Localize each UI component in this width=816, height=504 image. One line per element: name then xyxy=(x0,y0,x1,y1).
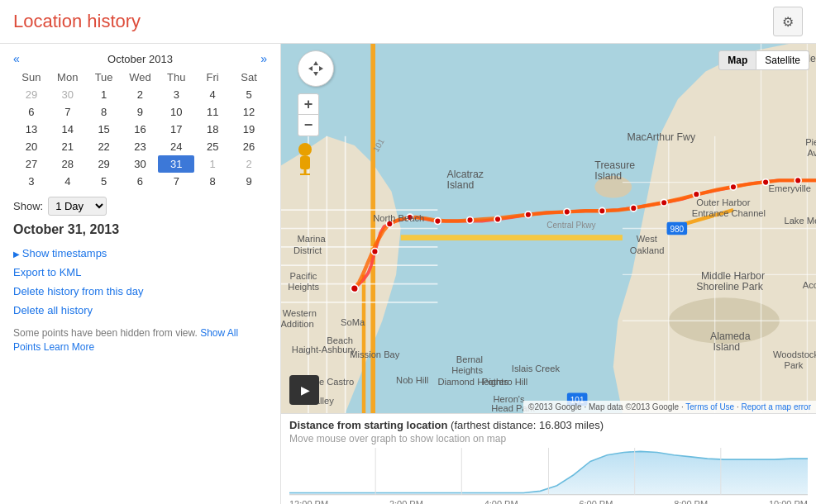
svg-text:Beach: Beach xyxy=(327,335,353,345)
show-label: Show: xyxy=(13,200,43,212)
svg-text:Bernal: Bernal xyxy=(456,354,483,364)
calendar-day[interactable]: 29 xyxy=(13,86,50,103)
calendar-day[interactable]: 12 xyxy=(231,103,267,121)
svg-text:Lake Merritt: Lake Merritt xyxy=(784,216,816,226)
svg-point-32 xyxy=(494,216,501,222)
calendar-day[interactable]: 5 xyxy=(231,86,267,103)
prev-month-button[interactable]: « xyxy=(13,52,20,65)
calendar-day[interactable]: 3 xyxy=(158,86,194,103)
chart-x-label: 4:00 PM xyxy=(484,499,518,504)
delete-all-link[interactable]: Delete all history xyxy=(13,304,267,316)
calendar-day[interactable]: 16 xyxy=(122,121,159,138)
calendar-day[interactable]: 26 xyxy=(231,138,267,155)
map-pan-control[interactable] xyxy=(298,50,334,87)
calendar-day[interactable]: 20 xyxy=(13,138,50,155)
svg-text:Marina: Marina xyxy=(298,234,327,244)
calendar-day[interactable]: 15 xyxy=(86,121,122,138)
calendar-day[interactable]: 6 xyxy=(122,173,159,190)
calendar-day[interactable]: 2 xyxy=(231,155,267,173)
calendar-day[interactable]: 7 xyxy=(50,103,86,121)
svg-marker-98 xyxy=(313,72,318,76)
calendar-day[interactable]: 2 xyxy=(122,86,159,103)
svg-point-26 xyxy=(351,285,358,292)
terms-of-use-link[interactable]: Terms of Use xyxy=(685,402,734,411)
map[interactable]: Alcatraz Island Treasure Island Outer Ha… xyxy=(281,44,816,413)
calendar-table: SunMonTueWedThuFriSat 293012345678910111… xyxy=(13,69,267,190)
svg-point-33 xyxy=(525,212,532,218)
svg-point-34 xyxy=(564,208,570,215)
calendar-day[interactable]: 8 xyxy=(86,103,122,121)
svg-point-27 xyxy=(371,249,378,255)
calendar-day[interactable]: 18 xyxy=(194,121,231,138)
svg-text:Entrance Channel: Entrance Channel xyxy=(692,208,766,218)
calendar-day[interactable]: 22 xyxy=(86,138,122,155)
calendar-header: « October 2013 » xyxy=(13,52,267,65)
chart-x-label: 2:00 PM xyxy=(389,499,423,504)
zoom-in-button[interactable]: + xyxy=(298,93,319,115)
calendar-day[interactable]: 10 xyxy=(158,103,194,121)
show-select[interactable]: 1 Day2 Days3 Days7 Days xyxy=(48,197,107,216)
svg-text:Treasure: Treasure xyxy=(594,159,635,171)
zoom-out-button[interactable]: − xyxy=(298,115,319,136)
map-type-map-button[interactable]: Map xyxy=(718,50,756,70)
calendar-day[interactable]: 14 xyxy=(50,121,86,138)
play-button[interactable] xyxy=(289,375,319,405)
map-svg: Alcatraz Island Treasure Island Outer Ha… xyxy=(281,44,816,413)
chart-x-label: 10:00 PM xyxy=(769,499,808,504)
svg-text:SoMa: SoMa xyxy=(341,317,365,327)
calendar-day[interactable]: 29 xyxy=(86,155,122,173)
delete-day-link[interactable]: Delete history from this day xyxy=(13,285,267,297)
report-map-error-link[interactable]: Report a map error xyxy=(742,402,811,411)
calendar-day[interactable]: 1 xyxy=(86,86,122,103)
calendar-day[interactable]: 1 xyxy=(194,155,231,173)
svg-point-31 xyxy=(467,217,474,224)
calendar-day[interactable]: 3 xyxy=(13,173,50,190)
calendar-day[interactable]: 4 xyxy=(50,173,86,190)
calendar-day[interactable]: 7 xyxy=(158,173,194,190)
svg-text:Heights: Heights xyxy=(451,365,483,375)
calendar-day[interactable]: 23 xyxy=(122,138,159,155)
learn-more-link[interactable]: Learn More xyxy=(44,341,94,353)
calendar-day[interactable]: 19 xyxy=(231,121,267,138)
chart-wrapper[interactable] xyxy=(289,448,808,497)
gear-button[interactable]: ⚙ xyxy=(773,7,803,36)
svg-text:Haight-Ashbury: Haight-Ashbury xyxy=(292,345,356,354)
calendar-day[interactable]: 21 xyxy=(50,138,86,155)
calendar-day[interactable]: 30 xyxy=(50,86,86,103)
selected-date: October 31, 2013 xyxy=(13,222,267,237)
svg-text:Pacific: Pacific xyxy=(290,271,317,281)
export-kml-link[interactable]: Export to KML xyxy=(13,266,267,278)
svg-point-39 xyxy=(730,183,737,190)
svg-marker-100 xyxy=(319,66,323,71)
svg-rect-102 xyxy=(300,156,310,169)
map-copyright: ©2013 Google · Map data ©2013 Google · T… xyxy=(523,401,816,413)
street-view-icon[interactable] xyxy=(293,143,317,182)
calendar-day[interactable]: 9 xyxy=(122,103,159,121)
calendar-day[interactable]: 31 xyxy=(158,155,194,173)
calendar-day[interactable]: 27 xyxy=(13,155,50,173)
app-header: Location history ⚙ xyxy=(0,0,816,44)
calendar-day[interactable]: 13 xyxy=(13,121,50,138)
calendar-day[interactable]: 4 xyxy=(194,86,231,103)
sidebar: « October 2013 » SunMonTueWedThuFriSat 2… xyxy=(0,44,281,504)
calendar-day[interactable]: 8 xyxy=(194,173,231,190)
calendar-day[interactable]: 25 xyxy=(194,138,231,155)
svg-text:Potrero Hill: Potrero Hill xyxy=(482,377,527,387)
calendar-day[interactable]: 5 xyxy=(86,173,122,190)
gear-icon: ⚙ xyxy=(782,14,794,30)
map-type-satellite-button[interactable]: Satellite xyxy=(756,50,809,70)
svg-text:Island: Island xyxy=(447,179,475,191)
calendar-day[interactable]: 30 xyxy=(122,155,159,173)
next-month-button[interactable]: » xyxy=(260,52,267,65)
show-row: Show: 1 Day2 Days3 Days7 Days xyxy=(13,197,267,216)
chart-title: Distance from starting location (farthes… xyxy=(289,419,808,431)
calendar-day[interactable]: 11 xyxy=(194,103,231,121)
chart-area: Distance from starting location (farthes… xyxy=(281,413,816,504)
calendar-day[interactable]: 24 xyxy=(158,138,194,155)
calendar-day[interactable]: 6 xyxy=(13,103,50,121)
calendar-day[interactable]: 28 xyxy=(50,155,86,173)
svg-text:Shoreline Park: Shoreline Park xyxy=(696,281,763,292)
show-timestamps-link[interactable]: Show timestamps xyxy=(13,247,267,259)
calendar-day[interactable]: 17 xyxy=(158,121,194,138)
calendar-day[interactable]: 9 xyxy=(231,173,267,190)
